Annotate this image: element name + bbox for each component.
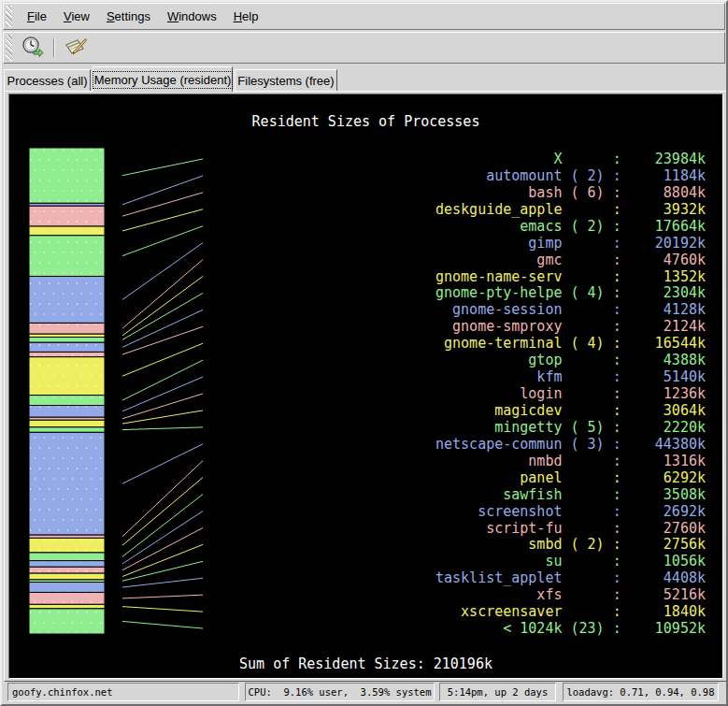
toolbar-grip-handle[interactable] [5, 34, 13, 62]
menu-file-mnemonic: F [27, 9, 35, 23]
process-row: bash ( 6) : 8804k [435, 184, 706, 201]
process-row: X : 23984k [435, 151, 706, 167]
refresh-interval-clock-icon [21, 36, 44, 61]
menubar: File View Settings Windows Help [3, 3, 725, 30]
status-hostname: goofy.chinfox.net [7, 683, 239, 701]
process-row: sawfish : 3508k [435, 486, 706, 503]
menu-file[interactable]: File [19, 7, 55, 25]
menu-help[interactable]: Help [225, 7, 267, 25]
menu-settings[interactable]: Settings [98, 7, 159, 25]
toolbar [3, 32, 725, 64]
process-row: screenshot : 2692k [435, 503, 706, 520]
edit-properties-button[interactable] [62, 35, 90, 61]
tab-filesystems-label: Filesystems (free) [237, 74, 334, 88]
menu-file-rest: ile [35, 9, 47, 23]
process-row: deskguide_apple : 3932k [435, 201, 706, 218]
process-row: nmbd : 1316k [435, 453, 706, 469]
menu-windows-mnemonic: W [167, 9, 178, 23]
tab-memory-usage-label: Memory Usage (resident) [94, 73, 232, 87]
process-row: emacs ( 2) : 17664k [435, 218, 706, 235]
tab-processes-label: Processes (all) [7, 74, 88, 88]
edit-notepad-icon [64, 36, 88, 61]
menu-view-rest: iew [71, 9, 90, 23]
menu-windows-rest: indows [178, 9, 216, 23]
process-row: xscreensaver : 1840k [435, 603, 706, 620]
status-cpu: CPU: 9.16% user, 3.59% system [245, 683, 435, 701]
process-row: gmc : 4760k [435, 252, 706, 268]
process-row: mingetty ( 5) : 2220k [435, 419, 706, 436]
process-row: panel : 6292k [435, 469, 706, 486]
process-row: automount ( 2) : 1184k [435, 167, 706, 184]
tab-processes[interactable]: Processes (all) [4, 69, 91, 92]
menubar-grip-handle[interactable] [5, 5, 13, 28]
process-row: netscape-commun ( 3) : 44380k [435, 436, 706, 453]
process-row: kfm : 5140k [435, 368, 706, 385]
process-row: tasklist_applet : 4408k [435, 569, 706, 586]
statusbar: goofy.chinfox.net CPU: 9.16% user, 3.59%… [2, 683, 728, 703]
process-row: smbd ( 2) : 2756k [435, 536, 706, 553]
process-row: gnome-name-serv : 1352k [435, 268, 706, 285]
process-row: gnome-session : 4128k [435, 301, 706, 318]
process-row: gnome-smproxy : 2124k [435, 318, 706, 335]
process-row: gnome-pty-helpe ( 4) : 2304k [435, 284, 706, 301]
refresh-interval-button[interactable] [19, 35, 47, 61]
tabstrip: Processes (all) Memory Usage (resident) … [4, 66, 728, 92]
menu-view[interactable]: View [55, 7, 98, 25]
menu-settings-rest: ettings [115, 9, 150, 23]
process-row: xfs : 5216k [435, 586, 706, 603]
process-row: gnome-terminal ( 4) : 16544k [435, 335, 706, 352]
menu-help-mnemonic: H [234, 9, 242, 23]
memory-usage-canvas: Resident Sizes of Processes X : 23984k a… [8, 94, 723, 679]
menu-settings-mnemonic: S [107, 9, 115, 23]
toolbar-separator [53, 38, 55, 57]
menu-help-rest: elp [242, 9, 258, 23]
process-row: login : 1236k [435, 385, 706, 402]
process-row: < 1024k (23) : 10952k [435, 620, 706, 637]
chart-total-label: Sum of Resident Sizes: 210196k [9, 656, 722, 672]
status-time-uptime: 5:14pm, up 2 days [439, 683, 556, 701]
tab-memory-usage[interactable]: Memory Usage (resident) [93, 66, 233, 92]
process-row: script-fu : 2760k [435, 520, 706, 537]
tab-filesystems[interactable]: Filesystems (free) [235, 69, 337, 92]
menu-windows[interactable]: Windows [159, 7, 225, 25]
gtop-window: File View Settings Windows Help [0, 0, 728, 706]
process-row: magicdev : 3064k [435, 402, 706, 419]
process-row: gtop : 4388k [435, 352, 706, 368]
process-row: gimp : 20192k [435, 235, 706, 252]
notebook-page: Resident Sizes of Processes X : 23984k a… [4, 91, 728, 682]
status-loadavg: loadavg: 0.71, 0.94, 0.98 [563, 683, 719, 701]
process-row: su : 1056k [435, 553, 706, 569]
